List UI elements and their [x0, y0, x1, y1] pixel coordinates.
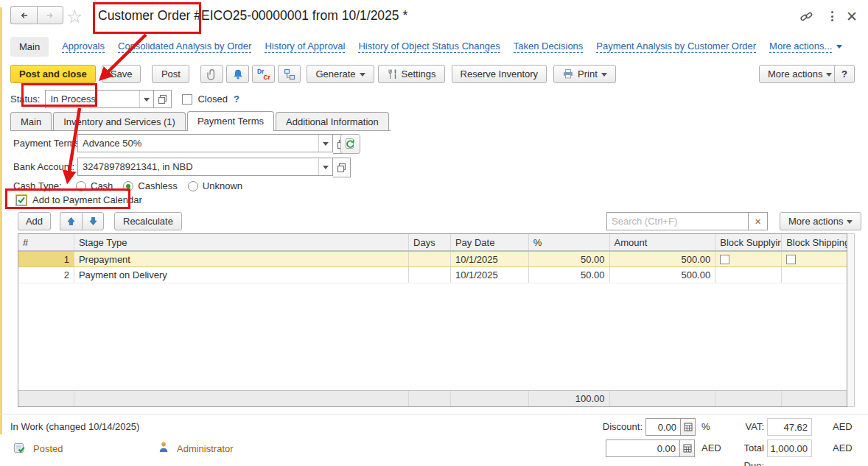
- block-supplying-checkbox[interactable]: [720, 255, 729, 264]
- nav-link-consolidated-analysis[interactable]: Consolidated Analysis by Order: [118, 40, 251, 53]
- cashless-radio[interactable]: [123, 181, 133, 191]
- nav-link-taken-decisions[interactable]: Taken Decisions: [514, 40, 584, 53]
- calculator-icon[interactable]: [680, 439, 695, 457]
- copy-link-icon[interactable]: [797, 7, 815, 25]
- col-percent[interactable]: %: [529, 234, 610, 250]
- discount-currency-label: AED: [701, 439, 721, 457]
- tab-inventory-and-services[interactable]: Inventory and Services (1): [53, 112, 186, 130]
- document-structure-button[interactable]: [278, 65, 301, 83]
- page-title-object: Customer Order: [98, 8, 190, 23]
- unknown-radio[interactable]: [188, 181, 198, 191]
- toolbar-more-actions-button[interactable]: More actions: [759, 65, 841, 83]
- discount-amount-input[interactable]: 0.00: [606, 439, 695, 457]
- back-arrow-icon: [19, 10, 29, 21]
- post-and-close-button[interactable]: Post and close: [10, 65, 96, 83]
- open-object-icon: [158, 94, 167, 104]
- move-row-down-button[interactable]: [82, 212, 104, 230]
- posted-status-link[interactable]: Posted: [33, 443, 63, 454]
- cash-radio[interactable]: [76, 181, 86, 191]
- save-button[interactable]: Save: [102, 65, 141, 83]
- block-shipping-checkbox[interactable]: [786, 255, 796, 264]
- favorite-star-icon[interactable]: ☆: [66, 6, 83, 27]
- clear-search-icon[interactable]: ×: [749, 212, 768, 230]
- status-open-button[interactable]: [154, 90, 172, 108]
- cell-days: [409, 267, 451, 283]
- nav-link-payment-analysis[interactable]: Payment Analysis by Customer Order: [596, 40, 756, 53]
- table-row-2[interactable]: 2 Payment on Delivery 10/1/2025 50.00 50…: [18, 267, 847, 283]
- table-more-actions-button[interactable]: More actions: [780, 212, 861, 230]
- col-block-supplying[interactable]: Block Supplying: [715, 234, 782, 250]
- nav-link-history-of-status-changes[interactable]: History of Object Status Changes: [358, 40, 500, 53]
- col-pay-date[interactable]: Pay Date: [451, 234, 529, 250]
- col-amount[interactable]: Amount: [610, 234, 716, 250]
- author-link[interactable]: Administrator: [177, 443, 234, 454]
- tools-icon: [387, 68, 398, 80]
- attachments-button[interactable]: [200, 65, 223, 83]
- refill-document-icon: [344, 138, 357, 150]
- print-button[interactable]: Print: [553, 65, 616, 83]
- status-dropdown-button[interactable]: [139, 91, 153, 107]
- cell-number: 2: [18, 267, 74, 283]
- col-stage-type[interactable]: Stage Type: [74, 234, 409, 250]
- table-row-1[interactable]: 1 Prepayment 10/1/2025 50.00 500.00: [18, 251, 847, 267]
- table-header-row: # Stage Type Days Pay Date % Amount Bloc…: [18, 234, 847, 251]
- nav-link-history-of-approval[interactable]: History of Approval: [265, 40, 345, 53]
- footer-divider: [0, 414, 868, 414]
- col-number[interactable]: #: [18, 234, 74, 250]
- help-button[interactable]: ?: [834, 65, 855, 83]
- add-to-payment-calendar-checkbox[interactable]: [16, 195, 27, 205]
- status-combobox[interactable]: In Process: [45, 90, 154, 108]
- table-search: ×: [606, 212, 768, 230]
- history-nav-group: [10, 6, 63, 24]
- open-object-icon: [337, 163, 346, 172]
- settings-button[interactable]: Settings: [378, 65, 445, 83]
- post-button[interactable]: Post: [152, 65, 189, 83]
- tab-payment-terms[interactable]: Payment Terms: [187, 111, 274, 131]
- bank-account-combobox[interactable]: 32478978921341, in NBD: [77, 158, 333, 176]
- cell-stage-type: Payment on Delivery: [74, 267, 409, 283]
- cell-pay-date: 10/1/2025: [451, 252, 529, 266]
- recalculate-button[interactable]: Recalculate: [114, 212, 182, 230]
- forward-button[interactable]: [37, 6, 63, 24]
- payment-terms-dropdown-button[interactable]: [318, 135, 332, 152]
- nav-link-approvals[interactable]: Approvals: [62, 40, 105, 53]
- nav-tab-main[interactable]: Main: [10, 37, 49, 57]
- back-button[interactable]: [10, 6, 37, 24]
- reserve-inventory-button[interactable]: Reserve Inventory: [452, 65, 547, 83]
- reminder-button[interactable]: [226, 65, 249, 83]
- close-icon[interactable]: ✕: [843, 7, 861, 25]
- tab-main[interactable]: Main: [10, 112, 52, 130]
- discount-percent-input[interactable]: 0.00: [645, 418, 696, 436]
- more-menu-kebab-icon[interactable]: [823, 7, 841, 25]
- cell-stage-type: Prepayment: [74, 252, 409, 266]
- move-row-group: [60, 212, 104, 230]
- modified-indicator-strip: [0, 7, 2, 434]
- nav-more-actions[interactable]: More actions...: [769, 40, 842, 53]
- generate-button[interactable]: Generate: [307, 65, 374, 83]
- vat-label: VAT:: [737, 418, 764, 436]
- page-title: Customer Order #EICO25-00000001 from 10/…: [98, 8, 407, 24]
- form-tabstrip: Main Inventory and Services (1) Payment …: [10, 111, 391, 131]
- cash-radio-label: Cash: [91, 180, 113, 191]
- cell-percent: 50.00: [529, 267, 610, 283]
- search-input[interactable]: [606, 212, 749, 230]
- add-row-button[interactable]: Add: [18, 212, 51, 230]
- accounting-entries-button[interactable]: DrCr: [252, 65, 275, 83]
- move-row-up-button[interactable]: [60, 212, 82, 230]
- closed-checkbox[interactable]: [182, 94, 192, 105]
- bank-account-open-button[interactable]: [333, 158, 351, 177]
- calculator-icon[interactable]: [681, 418, 696, 436]
- payment-terms-combobox[interactable]: Advance 50%: [77, 134, 333, 152]
- cell-amount: 500.00: [610, 267, 716, 283]
- bank-account-label: Bank Account:: [13, 158, 74, 177]
- fill-stages-button[interactable]: [340, 134, 360, 154]
- col-days[interactable]: Days: [409, 234, 451, 250]
- status-label: Status:: [10, 91, 40, 108]
- table-scrollbar[interactable]: [847, 233, 855, 407]
- posted-status-icon: [13, 442, 26, 456]
- bank-account-dropdown-button[interactable]: [318, 158, 332, 175]
- table-totals-row: 100.00: [18, 390, 847, 406]
- tab-additional-information[interactable]: Additional Information: [276, 112, 389, 130]
- col-block-shipping[interactable]: Block Shipping: [782, 234, 847, 250]
- closed-help-link[interactable]: ?: [234, 93, 239, 105]
